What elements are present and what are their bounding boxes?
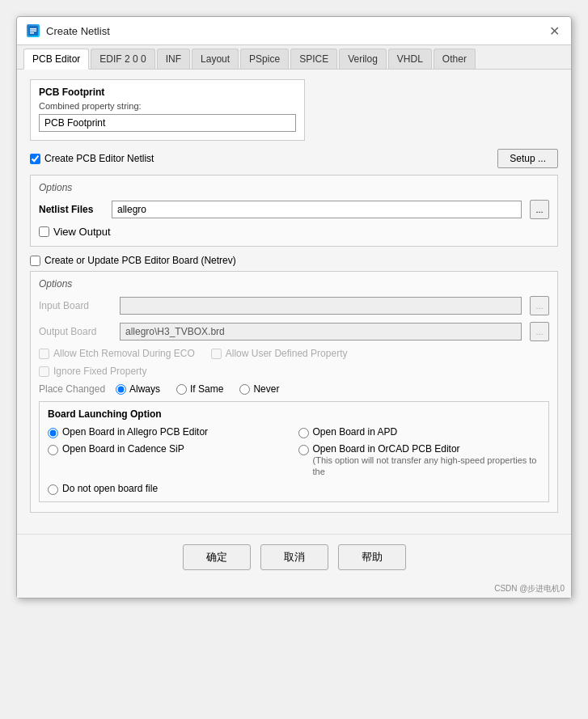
watermark: CSDN @步进电机0 [17, 582, 571, 598]
output-board-browse: ... [530, 322, 549, 341]
board-launching-title: Board Launching Option [48, 408, 540, 420]
orcad-label: Open Board in OrCAD PCB Editor [313, 443, 541, 455]
options1-title: Options [39, 182, 549, 193]
view-output-checkbox[interactable] [39, 226, 49, 237]
tab-vhdl[interactable]: VHDL [388, 49, 432, 69]
radio-always-input[interactable] [116, 384, 126, 395]
tab-spice[interactable]: SPICE [290, 49, 337, 69]
output-board-input [120, 323, 522, 340]
options-box-1: Options Netlist Files ... View Output [30, 175, 558, 247]
netlist-files-input[interactable] [112, 201, 522, 218]
tab-inf[interactable]: INF [157, 49, 190, 69]
allow-user-checkbox [211, 349, 222, 359]
place-changed-label: Place Changed [39, 383, 112, 395]
output-board-label: Output Board [39, 326, 112, 337]
board-radio-apd[interactable] [298, 428, 309, 438]
checkboxes-row-1: Allow Etch Removal During ECO Allow User… [39, 348, 549, 359]
radio-if-same-input[interactable] [176, 384, 187, 395]
place-changed-row: Place Changed Always If Same Never [39, 383, 549, 395]
netlist-files-label: Netlist Files [39, 204, 104, 215]
create-pcb-label: Create PCB Editor Netlist [44, 153, 154, 164]
allow-user-label: Allow User Defined Property [211, 348, 348, 359]
view-output-label: View Output [53, 226, 111, 238]
create-netlist-dialog: Create Netlist ✕ PCB Editor EDIF 2 0 0 I… [16, 16, 572, 598]
board-option-apd[interactable]: Open Board in APD [298, 426, 541, 438]
allow-etch-label: Allow Etch Removal During ECO [39, 348, 195, 359]
create-update-label: Create or Update PCB Editor Board (Netre… [44, 255, 236, 266]
input-board-row: Input Board ... [39, 296, 549, 315]
ignore-fixed-checkbox [39, 366, 49, 377]
output-board-row: Output Board ... [39, 322, 549, 341]
allow-etch-checkbox [39, 349, 49, 359]
create-update-header: Create or Update PCB Editor Board (Netre… [30, 255, 558, 266]
tab-pcb-editor[interactable]: PCB Editor [23, 49, 89, 70]
dialog-title: Create Netlist [46, 25, 110, 37]
svg-rect-1 [30, 28, 36, 30]
board-option-allegro[interactable]: Open Board in Allegro PCB Editor [48, 426, 290, 438]
create-pcb-checkbox-label[interactable]: Create PCB Editor Netlist [30, 153, 154, 164]
radio-if-same[interactable]: If Same [176, 383, 223, 395]
footprint-title: PCB Footprint [39, 87, 296, 98]
footprint-combined-label: Combined property string: [39, 101, 296, 111]
board-option-cadence-sip[interactable]: Open Board in Cadence SiP [48, 443, 290, 478]
create-pcb-row: Create PCB Editor Netlist Setup ... [30, 149, 558, 168]
footprint-section: PCB Footprint Combined property string: [30, 79, 305, 141]
radio-never-input[interactable] [239, 384, 250, 395]
create-update-section: Create or Update PCB Editor Board (Netre… [30, 255, 558, 513]
tab-content: PCB Footprint Combined property string: … [17, 70, 571, 534]
board-radio-allegro[interactable] [48, 428, 58, 438]
footprint-input[interactable] [39, 114, 296, 132]
board-option-no-open[interactable]: Do not open board file [48, 483, 290, 495]
cancel-button[interactable]: 取消 [260, 544, 328, 570]
tab-other[interactable]: Other [434, 49, 476, 69]
view-output-row: View Output [39, 226, 549, 238]
ok-button[interactable]: 确定 [183, 544, 251, 570]
create-pcb-checkbox[interactable] [30, 154, 40, 164]
bottom-bar: 确定 取消 帮助 [17, 534, 571, 582]
tab-bar: PCB Editor EDIF 2 0 0 INF Layout PSpice … [17, 45, 571, 70]
board-options-grid: Open Board in Allegro PCB Editor Open Bo… [48, 426, 540, 495]
input-board-label: Input Board [39, 300, 112, 311]
board-radio-cadence-sip[interactable] [48, 445, 58, 455]
setup-button[interactable]: Setup ... [497, 149, 558, 168]
ignore-fixed-label: Ignore Fixed Property [39, 366, 146, 377]
place-changed-radio-group: Always If Same Never [116, 383, 279, 395]
tab-layout[interactable]: Layout [192, 49, 239, 69]
app-icon [27, 24, 40, 37]
tab-edif200[interactable]: EDIF 2 0 0 [91, 49, 154, 69]
input-board-browse: ... [530, 296, 549, 315]
board-launching-section: Board Launching Option Open Board in All… [39, 401, 549, 502]
svg-rect-3 [30, 32, 34, 34]
board-option-orcad: Open Board in OrCAD PCB Editor (This opt… [298, 443, 541, 478]
options2-title: Options [39, 278, 549, 290]
svg-rect-2 [30, 31, 36, 32]
input-board-input [120, 297, 522, 315]
netlist-files-row: Netlist Files ... [39, 200, 549, 219]
title-bar: Create Netlist ✕ [17, 17, 571, 45]
title-bar-left: Create Netlist [27, 24, 110, 37]
tab-verilog[interactable]: Verilog [339, 49, 387, 69]
orcad-note: (This option will not transfer any high-… [313, 455, 541, 478]
radio-always[interactable]: Always [116, 383, 160, 395]
tab-pspice[interactable]: PSpice [240, 49, 289, 69]
netlist-browse-button[interactable]: ... [530, 200, 549, 219]
radio-never[interactable]: Never [239, 383, 279, 395]
board-radio-no-open[interactable] [48, 484, 58, 495]
board-radio-orcad[interactable] [298, 445, 309, 455]
close-button[interactable]: ✕ [547, 23, 561, 38]
help-button[interactable]: 帮助 [338, 544, 406, 570]
checkboxes-row-2: Ignore Fixed Property [39, 366, 549, 377]
options-box-2: Options Input Board ... Output Board ... [30, 271, 558, 513]
create-update-checkbox[interactable] [30, 256, 40, 266]
